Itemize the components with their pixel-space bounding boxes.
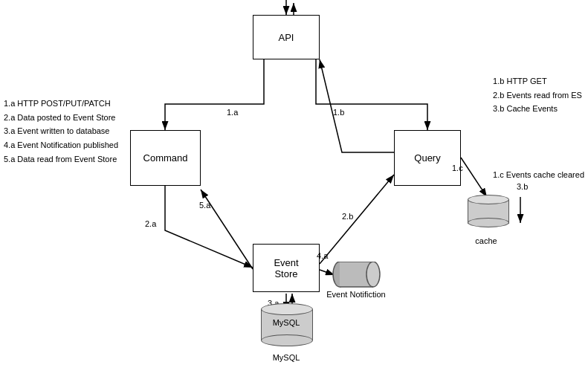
label-3b: 3.b bbox=[517, 182, 528, 191]
note-4a: 4.a Event Notification published bbox=[4, 138, 118, 152]
diagram: 1.a HTTP POST/PUT/PATCH 2.a Data posted … bbox=[0, 0, 588, 385]
eventnotif-cylinder bbox=[332, 262, 381, 290]
right-notes: 1.b HTTP GET 2.b Events read from ES 3.b… bbox=[493, 74, 584, 182]
left-notes: 1.a HTTP POST/PUT/PATCH 2.a Data posted … bbox=[4, 97, 118, 166]
query-label: Query bbox=[414, 152, 440, 164]
note-3a: 3.a Event written to database bbox=[4, 124, 118, 138]
note-1c: 1.c Events cache cleared bbox=[493, 168, 584, 182]
api-box: API bbox=[253, 15, 320, 59]
svg-point-10 bbox=[366, 262, 380, 287]
note-2b: 2.b Events read from ES bbox=[493, 88, 584, 103]
label-5a: 5.a bbox=[199, 201, 210, 210]
note-1b: 1.b HTTP GET bbox=[493, 74, 584, 88]
api-label: API bbox=[279, 32, 294, 43]
label-1c: 1.c bbox=[452, 164, 463, 172]
cache-text: cache bbox=[464, 236, 508, 245]
command-label: Command bbox=[143, 152, 188, 164]
mysql-text: MySQL bbox=[260, 353, 312, 362]
eventstore-box: EventStore bbox=[253, 244, 320, 292]
label-1a: 1.a bbox=[227, 108, 238, 117]
command-box: Command bbox=[130, 130, 201, 186]
eventnotif-text: Event Notifiction bbox=[323, 290, 390, 299]
note-2a: 2.a Data posted to Event Store bbox=[4, 111, 118, 125]
mysql-cylinder: MySQL bbox=[260, 303, 314, 346]
label-2b: 2.b bbox=[342, 212, 353, 221]
label-4a: 4.a bbox=[317, 251, 328, 260]
eventstore-label: EventStore bbox=[274, 257, 298, 279]
note-5a: 5.a Data read from Event Store bbox=[4, 152, 118, 166]
eventnotif-svg bbox=[332, 262, 381, 288]
cache-cylinder bbox=[467, 195, 510, 227]
note-3b-label: 3.b Cache Events bbox=[493, 102, 584, 116]
label-1b: 1.b bbox=[333, 108, 344, 117]
query-box: Query bbox=[394, 130, 461, 186]
label-2a: 2.a bbox=[145, 219, 156, 228]
note-1a: 1.a HTTP POST/PUT/PATCH bbox=[4, 97, 118, 111]
mysql-label: MySQL bbox=[260, 318, 312, 327]
